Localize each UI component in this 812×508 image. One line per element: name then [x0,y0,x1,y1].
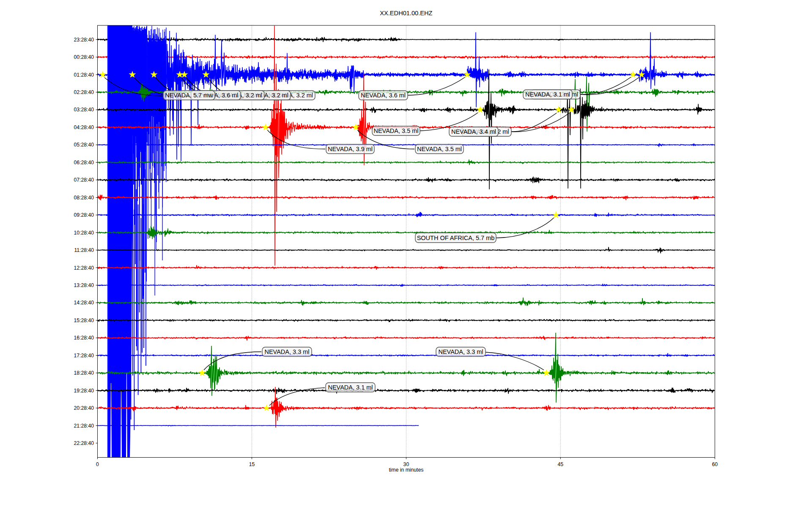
svg-text:NEVADA, 3.6 ml: NEVADA, 3.6 ml [361,92,406,99]
svg-text:13:28:40: 13:28:40 [74,282,94,288]
svg-text:04:28:40: 04:28:40 [74,124,94,130]
svg-text:12:28:40: 12:28:40 [74,265,94,271]
svg-text:20:28:40: 20:28:40 [74,405,94,411]
svg-text:02:28:40: 02:28:40 [74,89,94,95]
svg-text:15: 15 [249,461,255,467]
svg-text:18:28:40: 18:28:40 [74,370,94,376]
svg-text:NEVADA, 3.9 ml: NEVADA, 3.9 ml [328,146,373,152]
svg-text:06:28:40: 06:28:40 [74,160,94,166]
svg-text:NEVADA, 3.3 ml: NEVADA, 3.3 ml [264,348,309,355]
svg-text:45: 45 [558,461,564,467]
svg-text:11:28:40: 11:28:40 [74,247,94,253]
svg-text:SOUTH OF AFRICA, 5.7 mb: SOUTH OF AFRICA, 5.7 mb [417,235,495,241]
svg-text:NEVADA, 3.3 ml: NEVADA, 3.3 ml [438,348,483,355]
svg-text:07:28:40: 07:28:40 [74,177,94,183]
svg-text:08:28:40: 08:28:40 [74,195,94,201]
svg-text:30: 30 [403,461,409,467]
svg-text:60: 60 [712,461,718,467]
svg-text:time in minutes: time in minutes [389,467,423,473]
svg-text:19:28:40: 19:28:40 [74,388,94,394]
svg-text:NEVADA, 3.4 ml: NEVADA, 3.4 ml [451,128,496,135]
svg-text:NEVADA, 3.1 ml: NEVADA, 3.1 ml [328,384,373,391]
svg-text:NEVADA, 3.5 ml: NEVADA, 3.5 ml [373,127,418,134]
svg-text:01:28:40: 01:28:40 [74,72,94,78]
svg-text:03:28:40: 03:28:40 [74,107,94,113]
svg-text:10:28:40: 10:28:40 [74,230,94,236]
svg-text:NEVADA, 3.1 ml: NEVADA, 3.1 ml [525,91,570,98]
svg-text:23:28:40: 23:28:40 [74,37,94,43]
svg-text:16:28:40: 16:28:40 [74,335,94,341]
svg-text:21:28:40: 21:28:40 [74,423,94,429]
svg-text:00:28:40: 00:28:40 [74,54,94,60]
svg-text:17:28:40: 17:28:40 [74,353,94,359]
svg-text:XX.EDH01.00.EHZ: XX.EDH01.00.EHZ [380,10,432,17]
svg-text:05:28:40: 05:28:40 [74,142,94,148]
svg-text:14:28:40: 14:28:40 [74,300,94,306]
svg-text:22:28:40: 22:28:40 [74,440,94,446]
svg-text:15:28:40: 15:28:40 [74,318,94,323]
svg-text:0: 0 [96,461,99,467]
svg-text:NEVADA, 5.7 mw: NEVADA, 5.7 mw [165,92,213,99]
svg-text:NEVADA, 3.5 ml: NEVADA, 3.5 ml [417,146,462,152]
svg-text:09:28:40: 09:28:40 [74,212,94,218]
